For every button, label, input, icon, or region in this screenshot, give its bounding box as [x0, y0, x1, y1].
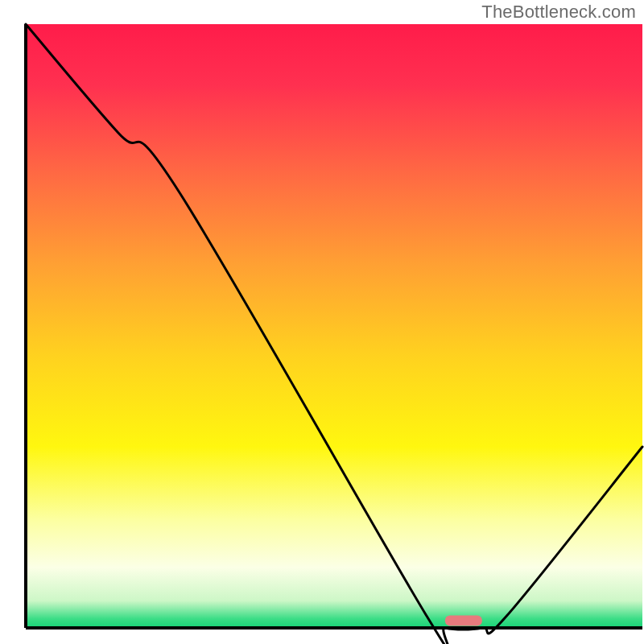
chart-container: TheBottleneck.com — [0, 0, 644, 644]
optimum-marker — [445, 616, 482, 626]
watermark-text: TheBottleneck.com — [481, 2, 636, 23]
bottleneck-chart — [0, 0, 644, 644]
plot-background — [26, 24, 642, 628]
